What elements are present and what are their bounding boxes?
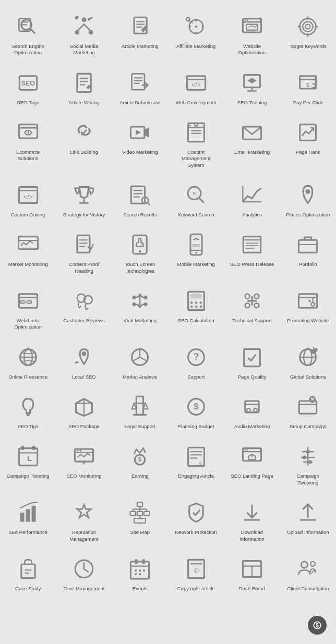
svg-point-116: [190, 301, 193, 303]
icon-item-ecommerce[interactable]: Ecommrce Solutions: [0, 111, 56, 174]
sitemap-icon: [126, 499, 153, 526]
icon-label-website-opt: Website Optimization: [230, 43, 274, 56]
icon-item-legal-support[interactable]: Legal Support: [112, 385, 168, 435]
icon-label-support: Support: [187, 374, 205, 380]
icon-item-seo-monitoring[interactable]: SEO Monitoring: [56, 435, 112, 491]
icon-item-time-mgmt[interactable]: Time Management: [56, 548, 112, 597]
icon-item-seo-tips[interactable]: SEO Tips: [0, 385, 56, 435]
icon-item-support[interactable]: ? Support: [168, 336, 224, 385]
icon-item-site-map[interactable]: Site Map: [112, 491, 168, 548]
icon-item-places-opt[interactable]: Places Optimization: [280, 174, 336, 223]
icon-item-website-opt[interactable]: Website Optimization: [224, 5, 280, 62]
icon-item-seo-performance[interactable]: SEo Performance: [0, 491, 56, 548]
icon-item-page-rank[interactable]: Page Rank: [280, 111, 336, 174]
icon-label-email-mkt: Email Marketing: [234, 149, 270, 155]
icon-item-tech-support[interactable]: Technical Support: [224, 280, 280, 336]
icon-item-video-mkt[interactable]: Video Marketing: [112, 111, 168, 174]
svg-rect-102: [299, 240, 317, 253]
icon-item-seo-landing[interactable]: SEO Landing Page: [224, 435, 280, 491]
icon-item-affiliate-mkt[interactable]: Affiliate Marketing: [168, 5, 224, 62]
svg-rect-73: [131, 186, 145, 203]
svg-point-143: [314, 348, 318, 351]
icon-label-campaign-tweak: Campaign Tweaking: [286, 473, 330, 486]
icon-item-email-mkt[interactable]: Email Marketing: [224, 111, 280, 174]
svg-rect-25: [246, 25, 258, 30]
icon-item-search-results[interactable]: Search Results: [112, 174, 168, 223]
icon-item-global-solutions[interactable]: Global Solutions: [280, 336, 336, 385]
local-seo-icon: [70, 344, 98, 371]
icon-item-events[interactable]: Events: [112, 548, 168, 597]
icon-item-viral-mkt[interactable]: Viral Marketing: [112, 280, 168, 336]
icon-item-reputation[interactable]: Reputation Management: [56, 491, 112, 548]
icon-item-campaign-tweak[interactable]: Campaign Tweaking: [280, 435, 336, 491]
icon-item-market-monitor[interactable]: Market Monitoring: [0, 223, 56, 280]
tweak-icon: [294, 443, 321, 470]
icon-item-custom-coding[interactable]: </> Custom Coding: [0, 174, 56, 223]
icon-item-portfolio[interactable]: Portfolio: [280, 223, 336, 280]
icon-item-campaign-timing[interactable]: Campaign Timming: [0, 435, 56, 491]
landing-icon: [238, 443, 266, 470]
icon-item-touch-screen[interactable]: Touch Screen Technologies: [112, 223, 168, 280]
icon-item-web-dev[interactable]: </> Web Development: [168, 62, 224, 111]
icon-item-engaging-article[interactable]: $ Engaging Article: [168, 435, 224, 491]
icon-item-target-keywords[interactable]: Target Keywords: [280, 5, 336, 62]
icon-item-client-consult[interactable]: Client Consultation: [280, 548, 336, 597]
icon-label-keyword-search: Keyword Search: [178, 212, 214, 218]
svg-text:?: ?: [193, 351, 199, 362]
icon-item-customer-reviews[interactable]: Customer Reviews: [56, 280, 112, 336]
svg-rect-198: [31, 506, 35, 522]
icon-item-upload-info[interactable]: Upload Information: [280, 491, 336, 548]
icon-item-article-submission[interactable]: Article Submission: [112, 62, 168, 111]
svg-point-193: [306, 450, 310, 454]
svg-rect-205: [130, 512, 136, 516]
press-icon: [238, 231, 266, 258]
icon-item-seo-package[interactable]: SEO Package: [56, 385, 112, 435]
icon-item-pay-per-click[interactable]: $ Pay Per Click: [280, 62, 336, 111]
icon-item-setup-campaign[interactable]: Setup Campaign: [280, 385, 336, 435]
svg-rect-196: [20, 513, 24, 522]
icon-item-search-engine-opt[interactable]: Search Engine Optimization: [0, 5, 56, 62]
icon-item-case-study[interactable]: Case Study: [0, 548, 56, 597]
icon-item-seo-tags[interactable]: SEO SEO Tags: [0, 62, 56, 111]
icon-label-article-submission: Article Submission: [119, 100, 160, 106]
icon-label-analytics: Analytics: [242, 212, 262, 218]
svg-point-60: [189, 125, 191, 127]
icon-item-cms[interactable]: Content Management System: [168, 111, 224, 174]
icon-item-web-links[interactable]: Web Links Optimization: [0, 280, 56, 336]
icon-item-mobile-mkt[interactable]: SMS Mobile Marketing: [168, 223, 224, 280]
icon-item-article-writing[interactable]: Article Writing: [56, 62, 112, 111]
svg-rect-199: [137, 502, 143, 506]
svg-point-130: [311, 302, 315, 306]
svg-point-23: [244, 19, 246, 21]
icon-item-planning-budget[interactable]: $ Planning Budget: [168, 385, 224, 435]
icon-item-audio-mkt[interactable]: Audio Marketing: [224, 385, 280, 435]
icon-item-promoting-web[interactable]: Promoting Website: [280, 280, 336, 336]
icon-item-seo-press[interactable]: SEO Press Release: [224, 223, 280, 280]
icon-item-page-quality[interactable]: Page Quality: [224, 336, 280, 385]
fab-button[interactable]: $: [308, 616, 327, 635]
icon-item-earning[interactable]: $ Earning: [112, 435, 168, 491]
icon-item-network-protect[interactable]: Network Protection: [168, 491, 224, 548]
svg-point-9: [90, 17, 92, 19]
icon-item-link-building[interactable]: Link Building: [56, 111, 112, 174]
icon-item-copyright[interactable]: © Copy right Article: [168, 548, 224, 597]
icon-item-social-media-mkt[interactable]: Social Media Marketing: [56, 5, 112, 62]
icon-item-download-info[interactable]: Download Information: [224, 491, 280, 548]
icon-item-market-analysis[interactable]: Market Analysis: [112, 336, 168, 385]
icon-item-strategy[interactable]: Strategy for Vistory: [56, 174, 112, 223]
icon-item-seo-calc[interactable]: SEO Calculation: [168, 280, 224, 336]
support-icon: ?: [183, 344, 210, 371]
icon-item-analytics[interactable]: Analytics: [224, 174, 280, 223]
svg-point-120: [195, 306, 197, 308]
icon-item-dashboard[interactable]: Dash Board: [224, 548, 280, 597]
icon-item-keyword-search[interactable]: K Keyword Search: [168, 174, 224, 223]
svg-point-157: [247, 408, 250, 412]
icon-item-seo-training[interactable]: SEO Training: [224, 62, 280, 111]
icon-label-viral-mkt: Viral Marketing: [124, 318, 157, 324]
svg-point-19: [201, 26, 203, 28]
icon-item-local-seo[interactable]: Local SEO: [56, 336, 112, 385]
icon-item-online-presence[interactable]: Online Pressence: [0, 336, 56, 385]
icon-item-content-proof[interactable]: Content Proof Reading: [56, 223, 112, 280]
icon-item-article-mkt[interactable]: Article Marketing: [112, 5, 168, 62]
svg-point-134: [82, 351, 87, 356]
